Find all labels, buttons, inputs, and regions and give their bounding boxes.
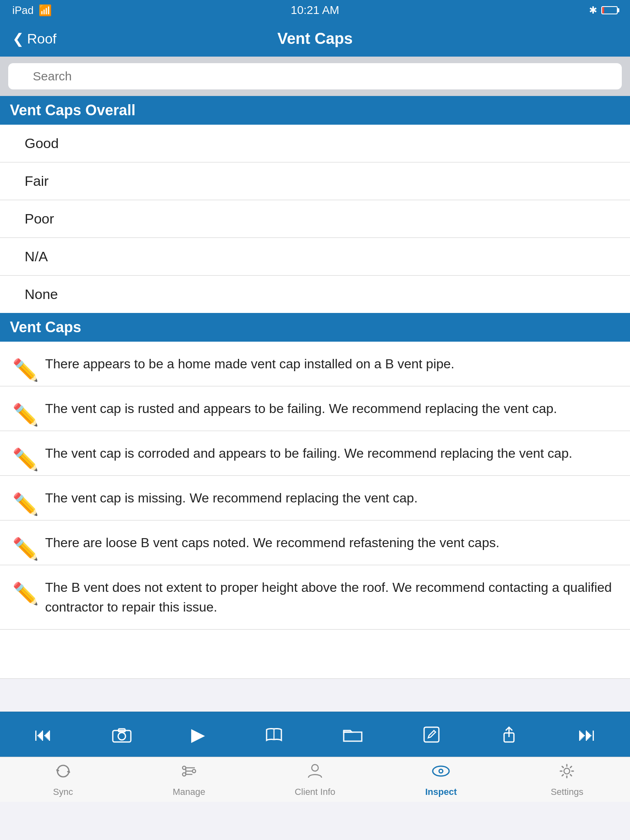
- pencil-icon: ✏️: [12, 354, 39, 386]
- battery-icon: [601, 6, 618, 14]
- book-button[interactable]: [257, 721, 291, 748]
- comment-item[interactable]: ✏️ The B vent does not extent to proper …: [0, 565, 630, 630]
- comment-item[interactable]: ✏️ The vent cap is corroded and appears …: [0, 431, 630, 476]
- list-item[interactable]: Good: [0, 125, 630, 162]
- ventcaps-list: ✏️ There appears to be a home made vent …: [0, 342, 630, 679]
- svg-point-9: [192, 769, 196, 773]
- comment-item[interactable]: ✏️ There appears to be a home made vent …: [0, 342, 630, 386]
- person-icon: [306, 762, 324, 784]
- status-right: ✱: [589, 5, 618, 16]
- pencil-icon: ✏️: [12, 443, 39, 475]
- svg-point-14: [312, 765, 318, 771]
- comment-item[interactable]: ✏️ There are loose B vent caps noted. We…: [0, 520, 630, 565]
- tab-manage-label: Manage: [173, 787, 205, 797]
- folder-button[interactable]: [335, 722, 371, 747]
- search-wrapper: 🔍: [8, 63, 622, 89]
- back-button[interactable]: ❮ Roof: [12, 30, 57, 47]
- pencil-icon: ✏️: [12, 578, 39, 609]
- time-label: 10:21 AM: [291, 4, 339, 17]
- comment-item[interactable]: ✏️ The vent cap is rusted and appears to…: [0, 386, 630, 431]
- comment-text: There are loose B vent caps noted. We re…: [45, 535, 500, 550]
- back-label: Roof: [27, 31, 57, 47]
- extra-spacer: [0, 679, 630, 712]
- section-header-overall: Vent Caps Overall: [0, 96, 630, 125]
- edit-button[interactable]: [414, 721, 449, 748]
- status-left: iPad 📶: [12, 4, 52, 17]
- content-spacer: [0, 630, 630, 679]
- svg-rect-4: [424, 727, 439, 742]
- tab-settings[interactable]: Settings: [504, 758, 630, 801]
- tab-sync[interactable]: Sync: [0, 758, 126, 801]
- comment-text: The vent cap is rusted and appears to be…: [45, 401, 557, 416]
- camera-button[interactable]: [104, 722, 140, 747]
- svg-point-18: [564, 768, 570, 774]
- pencil-icon: ✏️: [12, 399, 39, 431]
- pencil-icon: ✏️: [12, 533, 39, 565]
- manage-icon: [180, 762, 198, 784]
- gear-icon: [558, 762, 576, 784]
- tab-manage[interactable]: Manage: [126, 758, 252, 801]
- tab-inspect[interactable]: Inspect: [378, 758, 504, 801]
- toolbar: ⏮ ▶ ⏭: [0, 712, 630, 757]
- share-button[interactable]: [492, 721, 526, 749]
- comment-item[interactable]: ✏️ The vent cap is missing. We recommend…: [0, 476, 630, 520]
- overall-list: Good Fair Poor N/A None: [0, 125, 630, 313]
- tab-inspect-label: Inspect: [425, 787, 457, 797]
- tab-sync-label: Sync: [53, 787, 73, 797]
- rewind-button[interactable]: ⏮: [26, 720, 60, 749]
- sync-icon: [54, 762, 72, 784]
- section-header-ventcaps: Vent Caps: [0, 313, 630, 342]
- list-item[interactable]: Poor: [0, 200, 630, 238]
- status-bar: iPad 📶 10:21 AM ✱: [0, 0, 630, 21]
- list-item[interactable]: N/A: [0, 238, 630, 276]
- tab-client-info-label: Client Info: [294, 787, 335, 797]
- nav-bar: ❮ Roof Vent Caps: [0, 21, 630, 57]
- play-button[interactable]: ▶: [183, 720, 213, 749]
- comment-text: The B vent does not extent to proper hei…: [45, 580, 612, 614]
- eye-icon: [431, 762, 451, 784]
- tab-client-info[interactable]: Client Info: [252, 758, 378, 801]
- search-input[interactable]: [8, 63, 622, 89]
- chevron-left-icon: ❮: [12, 30, 24, 47]
- carrier-label: iPad: [12, 4, 34, 17]
- pencil-icon: ✏️: [12, 488, 39, 520]
- svg-point-1: [118, 733, 126, 740]
- tab-bar: Sync Manage Client Info: [0, 757, 630, 802]
- wifi-icon: 📶: [39, 4, 52, 17]
- bluetooth-icon: ✱: [589, 5, 597, 16]
- search-container: 🔍: [0, 57, 630, 96]
- comment-text: There appears to be a home made vent cap…: [45, 356, 454, 371]
- list-item[interactable]: Fair: [0, 162, 630, 200]
- comment-text: The vent cap is corroded and appears to …: [45, 446, 572, 461]
- page-title: Vent Caps: [277, 30, 353, 48]
- list-item[interactable]: None: [0, 276, 630, 313]
- tab-settings-label: Settings: [551, 787, 584, 797]
- fast-forward-button[interactable]: ⏭: [570, 720, 604, 749]
- comment-text: The vent cap is missing. We recommend re…: [45, 491, 418, 505]
- svg-point-17: [440, 770, 442, 772]
